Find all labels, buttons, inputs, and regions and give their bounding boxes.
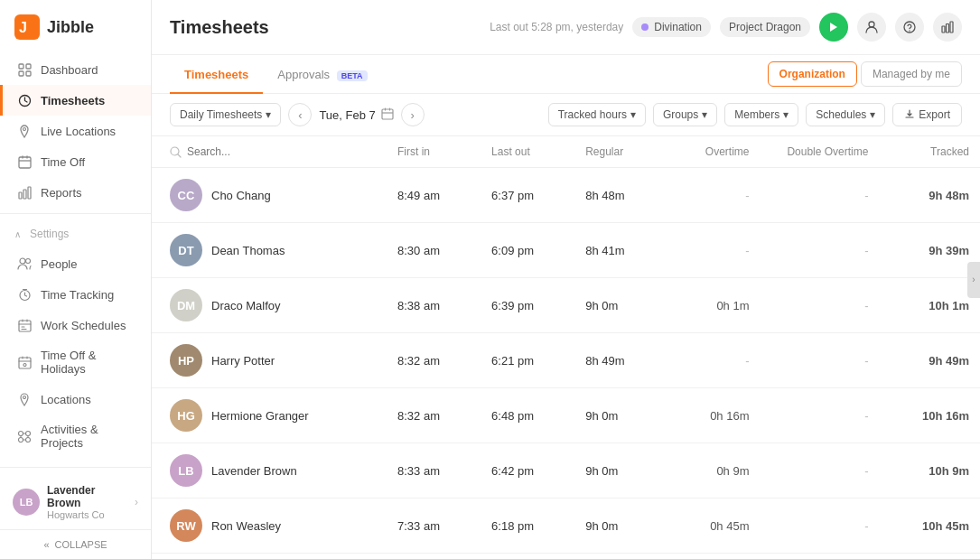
calendar-icon[interactable] bbox=[381, 107, 394, 123]
sidebar-item-live-locations[interactable]: Live Locations bbox=[0, 116, 151, 146]
person-cell-cho-chang[interactable]: CC Cho Chang bbox=[152, 168, 387, 223]
managed-by-me-view-button[interactable]: Managed by me bbox=[861, 61, 962, 87]
tab-timesheets[interactable]: Timesheets bbox=[170, 55, 263, 94]
dropdown-arrow-icon: ▾ bbox=[266, 108, 271, 121]
table-row: RW Ron Weasley 7:33 am 6:18 pm 9h 0m 0h … bbox=[152, 498, 980, 554]
top-header: Timesheets Last out 5:28 pm, yesterday D… bbox=[152, 0, 980, 55]
tracked-harry-potter: 9h 49m bbox=[879, 333, 980, 388]
chevron-right-icon: › bbox=[135, 496, 138, 508]
svg-rect-10 bbox=[23, 190, 26, 199]
svg-point-13 bbox=[26, 258, 31, 263]
person-avatar-harry-potter: HP bbox=[170, 344, 202, 377]
svg-rect-35 bbox=[950, 22, 953, 33]
regular-harry-potter: 8h 49m bbox=[574, 333, 664, 388]
tracked-hours-filter[interactable]: Tracked hours ▾ bbox=[548, 103, 646, 126]
user-icon-button[interactable] bbox=[857, 13, 886, 42]
svg-point-7 bbox=[23, 127, 26, 130]
svg-point-17 bbox=[23, 363, 26, 366]
person-cell-hermione-granger[interactable]: HG Hermione Granger bbox=[152, 388, 387, 443]
table-container: First in Last out Regular Overtime Doubl… bbox=[152, 136, 980, 559]
sidebar-item-reports[interactable]: Reports bbox=[0, 177, 151, 208]
svg-rect-15 bbox=[19, 321, 31, 331]
sidebar-item-work-schedules[interactable]: Work Schedules bbox=[0, 310, 151, 340]
collapse-arrows-icon: « bbox=[43, 539, 49, 550]
col-regular: Regular bbox=[574, 136, 664, 168]
svg-rect-36 bbox=[382, 109, 393, 119]
members-filter[interactable]: Members ▾ bbox=[724, 103, 798, 126]
search-input[interactable] bbox=[187, 145, 277, 158]
collapse-button[interactable]: « COLLAPSE bbox=[0, 529, 151, 559]
tracked-hermione-granger: 10h 16m bbox=[879, 388, 980, 443]
sidebar-item-activities-projects-label: Activities & Projects bbox=[41, 423, 136, 450]
logo[interactable]: J Jibble bbox=[0, 0, 151, 51]
user-company: Hogwarts Co bbox=[47, 509, 127, 520]
person-name-draco-malfoy: Draco Malfoy bbox=[211, 299, 281, 312]
help-icon bbox=[903, 21, 916, 33]
sidebar-item-timesheets-label: Timesheets bbox=[41, 94, 105, 107]
logo-text: Jibble bbox=[47, 18, 94, 37]
pin-icon bbox=[17, 124, 32, 138]
user-profile[interactable]: LB Lavender Brown Hogwarts Co › bbox=[0, 475, 151, 529]
handle-icon: › bbox=[972, 275, 975, 284]
sidebar-item-locations[interactable]: Locations bbox=[0, 384, 151, 415]
regular-lavender-brown: 9h 0m bbox=[574, 443, 664, 498]
schedules-arrow-icon: ▾ bbox=[870, 108, 875, 121]
groups-filter[interactable]: Groups ▾ bbox=[653, 103, 717, 126]
double-overtime-ron-weasley: - bbox=[761, 498, 880, 554]
person-cell-harry-potter[interactable]: HP Harry Potter bbox=[152, 333, 387, 388]
export-label: Export bbox=[919, 108, 950, 121]
person-cell-ron-weasley[interactable]: RW Ron Weasley bbox=[152, 498, 387, 554]
next-date-button[interactable]: › bbox=[401, 103, 425, 126]
export-button[interactable]: Export bbox=[892, 103, 962, 126]
svg-point-20 bbox=[26, 431, 31, 435]
bar-chart-icon bbox=[17, 185, 32, 200]
person-cell-lavender-brown[interactable]: LB Lavender Brown bbox=[152, 443, 387, 498]
sidebar-item-activities-projects[interactable]: Activities & Projects bbox=[0, 415, 151, 458]
schedules-label: Schedules bbox=[816, 108, 866, 121]
sidebar-item-people[interactable]: People bbox=[0, 248, 151, 279]
stats-icon-button[interactable] bbox=[933, 13, 962, 42]
tracked-dean-thomas: 9h 39m bbox=[879, 223, 980, 278]
person-cell-dean-thomas[interactable]: DT Dean Thomas bbox=[152, 223, 387, 278]
tab-approvals[interactable]: Approvals BETA bbox=[263, 55, 381, 94]
beta-badge: BETA bbox=[337, 70, 368, 81]
nav-divider bbox=[0, 213, 151, 214]
tabs-bar: Timesheets Approvals BETA Organization M… bbox=[152, 55, 980, 94]
sidebar-item-time-tracking[interactable]: Time Tracking bbox=[0, 279, 151, 310]
sidebar-toggle-handle[interactable]: › bbox=[967, 262, 980, 298]
table-header-row: First in Last out Regular Overtime Doubl… bbox=[152, 136, 980, 168]
table-body: CC Cho Chang 8:49 am 6:37 pm 8h 48m - - … bbox=[152, 168, 980, 554]
calendar-icon bbox=[17, 154, 32, 169]
timer-badge[interactable]: Divination bbox=[632, 17, 711, 37]
prev-date-button[interactable]: ‹ bbox=[288, 103, 312, 126]
person-avatar-draco-malfoy: DM bbox=[170, 289, 202, 321]
table-row: CC Cho Chang 8:49 am 6:37 pm 8h 48m - - … bbox=[152, 168, 980, 223]
overtime-lavender-brown: 0h 9m bbox=[664, 443, 761, 498]
sidebar-item-time-off-holidays[interactable]: Time Off & Holidays bbox=[0, 340, 151, 384]
play-button[interactable] bbox=[819, 13, 848, 42]
sidebar-item-dashboard[interactable]: Dashboard bbox=[0, 54, 151, 85]
person-avatar-lavender-brown: LB bbox=[170, 454, 202, 487]
person-cell-draco-malfoy[interactable]: DM Draco Malfoy bbox=[152, 278, 387, 333]
sidebar-item-time-off-label: Time Off bbox=[41, 155, 85, 169]
person-name-ron-weasley: Ron Weasley bbox=[211, 519, 281, 533]
svg-rect-3 bbox=[26, 64, 31, 69]
organization-view-button[interactable]: Organization bbox=[768, 61, 857, 87]
double-overtime-lavender-brown: - bbox=[761, 443, 880, 498]
tracked-hours-label: Tracked hours bbox=[558, 108, 627, 121]
people-icon bbox=[17, 256, 32, 271]
user-info: Lavender Brown Hogwarts Co bbox=[47, 484, 127, 520]
sidebar-item-organization[interactable]: Organization bbox=[0, 458, 151, 467]
schedules-filter[interactable]: Schedules ▾ bbox=[806, 103, 885, 126]
header-right: Last out 5:28 pm, yesterday Divination P… bbox=[490, 13, 962, 42]
daily-timesheets-dropdown[interactable]: Daily Timesheets ▾ bbox=[170, 103, 281, 126]
sidebar-item-people-label: People bbox=[41, 257, 77, 271]
sidebar-item-timesheets[interactable]: Timesheets bbox=[0, 85, 151, 116]
locations-icon bbox=[17, 392, 32, 406]
project-badge[interactable]: Project Dragon bbox=[720, 17, 810, 37]
play-icon bbox=[829, 22, 838, 33]
help-icon-button[interactable] bbox=[895, 13, 924, 42]
sidebar-item-time-off[interactable]: Time Off bbox=[0, 146, 151, 177]
svg-rect-34 bbox=[947, 24, 949, 33]
regular-ron-weasley: 9h 0m bbox=[574, 498, 664, 554]
